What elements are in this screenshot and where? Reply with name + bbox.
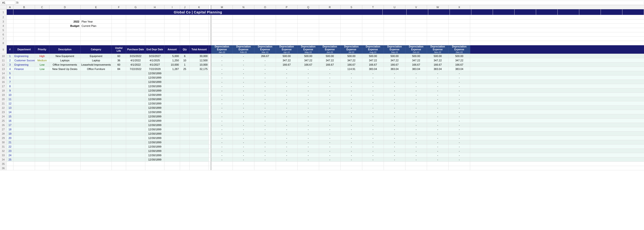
- cell-pd-33[interactable]: [126, 153, 145, 157]
- cell-desc-21[interactable]: [50, 101, 80, 105]
- cell-priority-14[interactable]: [35, 71, 50, 75]
- row2-s[interactable]: [341, 15, 362, 19]
- cell-dep-11-10[interactable]: 347.22: [427, 58, 448, 62]
- cell-dept-10[interactable]: Engineering: [14, 54, 35, 58]
- cell-dep-27-10[interactable]: -: [427, 127, 448, 131]
- cell-qty-21[interactable]: [180, 101, 190, 105]
- cell-dep-17-9[interactable]: -: [406, 84, 427, 88]
- cell-dep-30-5[interactable]: -: [319, 140, 341, 144]
- cell-dep-32-3[interactable]: -: [276, 149, 298, 153]
- cell-priority-25[interactable]: [35, 119, 50, 123]
- cell-dep-19-2[interactable]: -: [254, 93, 276, 97]
- cell-end-27[interactable]: 12/30/1899: [145, 127, 164, 131]
- cell-num-26[interactable]: 17: [7, 123, 14, 127]
- cell-num-24[interactable]: 15: [7, 114, 14, 118]
- cell-dep-19-11[interactable]: -: [448, 93, 470, 97]
- cell-dep-14-7[interactable]: -: [362, 71, 384, 75]
- cell-amt-14[interactable]: [164, 71, 180, 75]
- cell-dep-25-6[interactable]: -: [341, 119, 362, 123]
- cell-desc-31[interactable]: [50, 145, 80, 149]
- cell-amt-13[interactable]: 1,287: [164, 67, 180, 71]
- cell-pd-17[interactable]: [126, 84, 145, 88]
- cell-dep-23-8[interactable]: -: [384, 110, 406, 114]
- cell-ul-16[interactable]: [112, 80, 126, 84]
- cell-dep-15-7[interactable]: -: [362, 75, 384, 80]
- cell-num-16[interactable]: 7: [7, 80, 14, 84]
- cell-dep-14-8[interactable]: -: [384, 71, 406, 75]
- row2-v[interactable]: [406, 15, 427, 19]
- cell-dep-20-8[interactable]: -: [384, 97, 406, 101]
- row3-j[interactable]: [180, 19, 190, 23]
- cell-dep-12-3[interactable]: 166.67: [276, 62, 298, 67]
- cell-dep-28-10[interactable]: -: [427, 132, 448, 136]
- cell-dep-25-0[interactable]: -: [211, 119, 233, 123]
- cell-dep-32-7[interactable]: -: [362, 149, 384, 153]
- cell-dep-29-4[interactable]: -: [298, 136, 319, 140]
- cell-dep-23-0[interactable]: -: [211, 110, 233, 114]
- cell-priority-30[interactable]: [35, 140, 50, 144]
- cell-qty-20[interactable]: [180, 97, 190, 101]
- cell-dep-32-0[interactable]: -: [211, 149, 233, 153]
- cell-dep-23-4[interactable]: -: [298, 110, 319, 114]
- row2-w[interactable]: [427, 15, 448, 19]
- cell-dep-15-9[interactable]: -: [406, 75, 427, 80]
- cell-dep-11-1[interactable]: -: [233, 58, 254, 62]
- cell-dept-22[interactable]: [14, 106, 35, 110]
- col-header-w[interactable]: W: [427, 5, 448, 9]
- cell-pd-11[interactable]: 4/1/2022: [126, 58, 145, 62]
- cell-dep-17-11[interactable]: -: [448, 84, 470, 88]
- row3-t[interactable]: [362, 19, 384, 23]
- cell-amt-34[interactable]: [164, 157, 180, 162]
- cell-dep-20-1[interactable]: -: [233, 97, 254, 101]
- cell-dep-10-7[interactable]: 500.00: [362, 54, 384, 58]
- cell-dep-19-1[interactable]: -: [233, 93, 254, 97]
- cell-dep-26-8[interactable]: -: [384, 123, 406, 127]
- cell-desc-16[interactable]: [50, 80, 80, 84]
- cell-dep-28-11[interactable]: -: [448, 132, 470, 136]
- cell-num-34[interactable]: 25: [7, 157, 14, 162]
- cell-dep-29-8[interactable]: -: [384, 136, 406, 140]
- cell-dep-21-3[interactable]: -: [276, 101, 298, 105]
- cell-pd-16[interactable]: [126, 80, 145, 84]
- cell-cat-21[interactable]: [80, 101, 112, 105]
- cell-desc-23[interactable]: [50, 110, 80, 114]
- cell-dept-34[interactable]: [14, 157, 35, 162]
- cell-cat-18[interactable]: [80, 88, 112, 92]
- cell-dep-26-0[interactable]: -: [211, 123, 233, 127]
- cell-dep-21-10[interactable]: -: [427, 101, 448, 105]
- cell-cat-15[interactable]: [80, 75, 112, 80]
- col-header-p[interactable]: P: [276, 5, 298, 9]
- cell-dep-25-11[interactable]: -: [448, 119, 470, 123]
- cell-amt-20[interactable]: [164, 97, 180, 101]
- cell-dep-27-5[interactable]: -: [319, 127, 341, 131]
- row2-n[interactable]: [233, 15, 254, 19]
- budget-label[interactable]: Budget: [50, 24, 80, 28]
- cell-dep-11-11[interactable]: 347.22: [448, 58, 470, 62]
- row2-t[interactable]: [362, 15, 384, 19]
- cell-qty-32[interactable]: [180, 149, 190, 153]
- row3-a[interactable]: [7, 19, 14, 23]
- plan-year-value[interactable]: Plan Year: [80, 19, 112, 23]
- row3-x[interactable]: [448, 19, 470, 23]
- cell-dep-24-0[interactable]: -: [211, 114, 233, 118]
- cell-ul-19[interactable]: [112, 93, 126, 97]
- cell-dep-34-6[interactable]: -: [341, 157, 362, 162]
- cell-dep-32-2[interactable]: -: [254, 149, 276, 153]
- cell-priority-31[interactable]: [35, 145, 50, 149]
- cell-dep-31-9[interactable]: -: [406, 145, 427, 149]
- cell-tot-12[interactable]: 10,000: [190, 62, 209, 67]
- cell-pd-34[interactable]: [126, 157, 145, 162]
- cell-dep-16-6[interactable]: -: [341, 80, 362, 84]
- cell-dep-21-8[interactable]: -: [384, 101, 406, 105]
- cell-desc-30[interactable]: [50, 140, 80, 144]
- cell-dep-15-11[interactable]: -: [448, 75, 470, 80]
- cell-tot-10[interactable]: 30,000: [190, 54, 209, 58]
- cell-qty-28[interactable]: [180, 132, 190, 136]
- cell-dep-12-9[interactable]: 166.67: [406, 62, 427, 67]
- cell-dep-24-2[interactable]: -: [254, 114, 276, 118]
- cell-dep-19-7[interactable]: -: [362, 93, 384, 97]
- cell-dep-15-5[interactable]: -: [319, 75, 341, 80]
- cell-dep-32-5[interactable]: -: [319, 149, 341, 153]
- cell-desc-19[interactable]: [50, 93, 80, 97]
- cell-desc-25[interactable]: [50, 119, 80, 123]
